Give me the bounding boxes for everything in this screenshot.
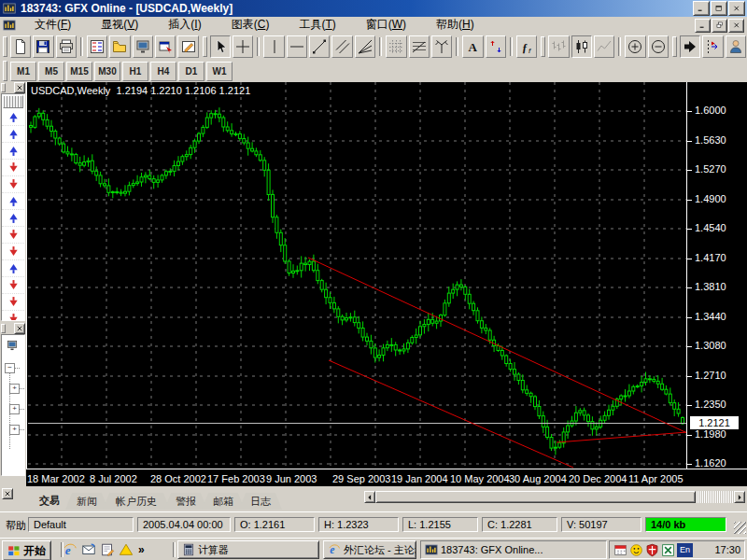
horizontal-line-button[interactable] bbox=[287, 35, 307, 58]
price-axis[interactable]: 1.60001.56301.52701.49001.45401.41701.38… bbox=[687, 82, 747, 469]
scroll-right-arrow-icon[interactable] bbox=[734, 491, 745, 503]
new-order-button[interactable] bbox=[155, 35, 176, 58]
auto-scroll-button[interactable] bbox=[680, 35, 700, 58]
chart-window-icon[interactable] bbox=[3, 19, 20, 32]
options-button[interactable] bbox=[177, 35, 198, 58]
menu-insert[interactable]: 插入(I) bbox=[153, 16, 216, 35]
crosshair-button[interactable] bbox=[233, 35, 253, 58]
toolbar-grip[interactable] bbox=[672, 36, 677, 57]
menu-tools[interactable]: 工具(T) bbox=[284, 16, 350, 35]
time-axis[interactable]: 18 Mar 20028 Jul 200228 Oct 200217 Feb 2… bbox=[26, 469, 747, 486]
toolbar-grip[interactable] bbox=[3, 36, 7, 57]
shield-icon[interactable] bbox=[645, 543, 659, 557]
signals-scrollbar[interactable] bbox=[3, 95, 23, 108]
grid-button[interactable] bbox=[386, 35, 406, 58]
close-button[interactable] bbox=[728, 1, 745, 16]
mdi-restore-button[interactable] bbox=[712, 19, 727, 33]
indicators-button[interactable]: ƒf bbox=[516, 35, 537, 58]
chart-shift-button[interactable] bbox=[702, 35, 723, 58]
tab-account-history[interactable]: 帐户历史 bbox=[103, 493, 170, 510]
menu-help[interactable]: 帮助(H) bbox=[421, 16, 489, 35]
panel-grip[interactable] bbox=[1, 324, 6, 333]
data-window-button[interactable] bbox=[109, 35, 130, 58]
scheduler-icon[interactable] bbox=[613, 543, 627, 557]
print-button[interactable] bbox=[56, 35, 77, 58]
terminal-button[interactable] bbox=[133, 35, 153, 58]
expert-advisors-button[interactable] bbox=[726, 35, 746, 58]
scroll-left-arrow-icon[interactable] bbox=[364, 491, 375, 503]
market-watch-button[interactable] bbox=[87, 35, 107, 58]
navigator-panel-close-icon[interactable] bbox=[14, 323, 25, 334]
toolbar-grip[interactable] bbox=[3, 61, 7, 81]
tree-expand-icon[interactable]: + bbox=[9, 425, 20, 435]
signal-down-icon[interactable] bbox=[2, 160, 24, 176]
outlook-express-icon[interactable] bbox=[80, 541, 97, 558]
timeframe-h4-button[interactable]: H4 bbox=[150, 62, 176, 81]
trend-line-button[interactable] bbox=[309, 35, 330, 58]
vertical-line-button[interactable] bbox=[263, 35, 284, 58]
signal-up-icon[interactable] bbox=[2, 193, 24, 210]
signal-down-icon[interactable] bbox=[2, 227, 24, 244]
smiley-icon[interactable] bbox=[629, 543, 643, 557]
signal-down-icon[interactable] bbox=[2, 176, 24, 193]
fibonacci-fan-button[interactable] bbox=[355, 35, 375, 58]
taskbar-clock[interactable]: 17:30 bbox=[714, 544, 740, 555]
tab-alerts[interactable]: 警报 bbox=[164, 493, 207, 510]
save-button[interactable] bbox=[33, 35, 53, 58]
tab-news[interactable]: 新闻 bbox=[65, 493, 108, 510]
menu-charts[interactable]: 图表(C) bbox=[217, 16, 285, 35]
menu-view[interactable]: 显视(V) bbox=[86, 16, 153, 35]
menu-window[interactable]: 窗口(W) bbox=[351, 16, 421, 35]
timeframe-m5-button[interactable]: M5 bbox=[38, 62, 64, 81]
signal-up-icon[interactable] bbox=[2, 126, 24, 143]
timeframe-w1-button[interactable]: W1 bbox=[206, 62, 233, 81]
delta-tool-icon[interactable] bbox=[118, 541, 134, 558]
signal-down-icon[interactable] bbox=[2, 277, 24, 294]
signal-down-icon[interactable] bbox=[2, 244, 24, 260]
excel-icon[interactable] bbox=[661, 543, 675, 557]
menu-file[interactable]: 文件(F) bbox=[20, 16, 86, 35]
tree-collapse-icon[interactable]: − bbox=[5, 363, 15, 373]
arrow-markers-button[interactable] bbox=[486, 35, 506, 58]
mdi-close-button[interactable] bbox=[728, 19, 744, 33]
tab-mailbox[interactable]: 邮箱 bbox=[202, 493, 245, 510]
toolbar-grip[interactable] bbox=[541, 36, 545, 57]
notes-icon[interactable] bbox=[99, 541, 116, 558]
start-button[interactable]: 开始 bbox=[2, 540, 51, 560]
task-forex-forum[interactable]: e外汇论坛 - 主论坛 ... bbox=[323, 540, 416, 559]
maximize-button[interactable] bbox=[711, 1, 727, 16]
terminal-close-icon[interactable] bbox=[2, 488, 13, 499]
andrews-pitchfork-button[interactable] bbox=[431, 35, 452, 58]
tree-expand-icon[interactable]: + bbox=[9, 404, 20, 414]
panel-grip[interactable] bbox=[1, 83, 6, 92]
chart-plot[interactable] bbox=[26, 82, 687, 469]
equidistant-channel-button[interactable] bbox=[331, 35, 352, 58]
quick-launch-overflow-chevron[interactable]: » bbox=[138, 543, 145, 556]
chart-hscrollbar[interactable] bbox=[364, 491, 745, 503]
task-calculator[interactable]: 计算器 bbox=[177, 540, 319, 559]
zoom-out-button[interactable] bbox=[648, 35, 669, 58]
timeframe-d1-button[interactable]: D1 bbox=[178, 62, 204, 81]
zoom-in-button[interactable] bbox=[625, 35, 645, 58]
signal-up-icon[interactable] bbox=[2, 109, 24, 126]
candlestick-mode-button[interactable] bbox=[571, 35, 592, 58]
signal-up-icon[interactable] bbox=[2, 143, 24, 160]
signal-down-icon[interactable] bbox=[2, 311, 24, 321]
internet-explorer-icon[interactable]: e bbox=[62, 541, 78, 558]
candlestick-chart[interactable] bbox=[28, 82, 686, 469]
cursor-button[interactable] bbox=[210, 35, 231, 58]
text-label-button[interactable]: A bbox=[462, 35, 483, 58]
tree-expand-icon[interactable]: + bbox=[9, 384, 20, 394]
mdi-minimize-button[interactable] bbox=[695, 19, 711, 33]
language-indicator[interactable]: En bbox=[677, 543, 693, 557]
timeframe-m1-button[interactable]: M1 bbox=[10, 62, 36, 81]
computer-icon[interactable] bbox=[6, 339, 19, 352]
signal-up-icon[interactable] bbox=[2, 260, 24, 277]
signal-up-icon[interactable] bbox=[2, 210, 24, 227]
tab-trade[interactable]: 交易 bbox=[28, 491, 71, 510]
minimize-button[interactable] bbox=[693, 1, 710, 16]
timeframe-h1-button[interactable]: H1 bbox=[122, 62, 148, 81]
signal-down-icon[interactable] bbox=[2, 294, 24, 311]
resize-grip[interactable] bbox=[734, 522, 746, 534]
timeframe-m30-button[interactable]: M30 bbox=[94, 62, 120, 81]
